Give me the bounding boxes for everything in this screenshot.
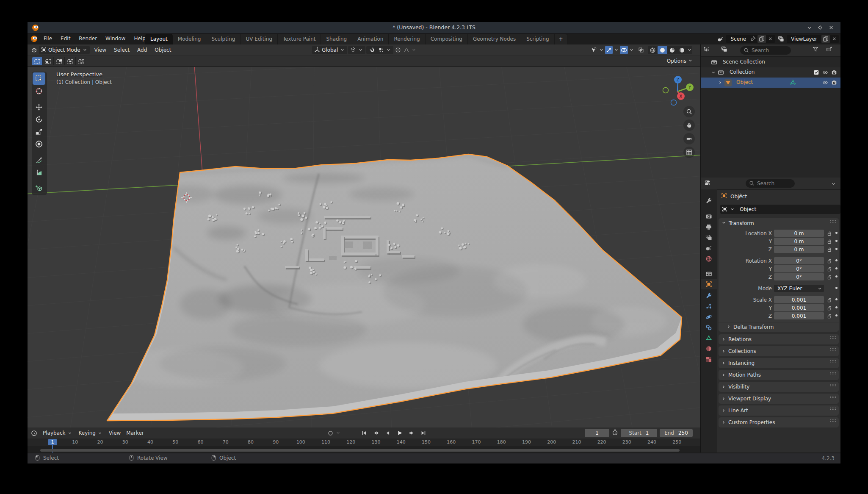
- scene-selector[interactable]: Scene: [726, 35, 775, 43]
- proportional-falloff-dropdown[interactable]: [403, 46, 410, 54]
- jump-to-end-button[interactable]: [418, 429, 429, 437]
- menu-render[interactable]: Render: [75, 33, 101, 44]
- select-mode-subtract[interactable]: [54, 57, 64, 65]
- workspace-tab-shading[interactable]: Shading: [321, 34, 352, 44]
- animate-dot[interactable]: [835, 248, 838, 250]
- panel-motion-paths[interactable]: Motion Paths: [719, 370, 839, 380]
- outliner-row-scene-collection[interactable]: Scene Collection: [701, 57, 840, 67]
- workspace-tab-scripting[interactable]: Scripting: [521, 34, 554, 44]
- properties-tab-collection[interactable]: [701, 268, 717, 279]
- timeline-ruler[interactable]: 1 10203040506070809010011012013014015016…: [28, 438, 700, 452]
- animate-dot[interactable]: [835, 306, 838, 308]
- lock-icon[interactable]: [827, 313, 832, 321]
- workspace-tab-texture-paint[interactable]: Texture Paint: [278, 34, 321, 44]
- panel-line-art[interactable]: Line Art: [719, 405, 839, 416]
- lock-icon[interactable]: [827, 246, 832, 254]
- scene-datablock-icon[interactable]: [716, 35, 724, 43]
- eye-toggle[interactable]: [822, 80, 828, 86]
- frame-start-field[interactable]: Start 1: [621, 429, 657, 437]
- delta-transform-panel[interactable]: Delta Transform: [719, 322, 839, 332]
- tool-move[interactable]: [33, 101, 45, 113]
- timeline-editor-type-button[interactable]: [30, 429, 38, 437]
- pin-icon[interactable]: [750, 35, 756, 43]
- properties-tab-render[interactable]: [701, 211, 717, 222]
- next-keyframe-button[interactable]: [406, 429, 417, 437]
- workspace-tab-sculpting[interactable]: Sculpting: [206, 34, 240, 44]
- workspace-tab-compositing[interactable]: Compositing: [426, 34, 468, 44]
- shading-material-button[interactable]: [667, 46, 677, 54]
- object-name-field[interactable]: Object: [720, 205, 840, 214]
- transform-orientation-dropdown[interactable]: Global: [312, 46, 347, 54]
- animate-dot[interactable]: [835, 259, 838, 261]
- outliner-filter-button[interactable]: [813, 46, 818, 52]
- show-overlays-toggle[interactable]: [620, 46, 628, 54]
- workspace-tab-modeling[interactable]: Modeling: [173, 34, 207, 44]
- copy-scene-icon[interactable]: [757, 35, 766, 43]
- panel-viewport-display[interactable]: Viewport Display: [719, 394, 839, 404]
- camera-toggle[interactable]: [831, 80, 837, 86]
- value-field[interactable]: 0°: [774, 265, 824, 272]
- previous-keyframe-button[interactable]: [370, 429, 381, 437]
- close-icon[interactable]: [768, 35, 773, 43]
- value-field[interactable]: 0°: [774, 257, 824, 264]
- copy-viewlayer-icon[interactable]: [821, 35, 830, 43]
- xray-toggle[interactable]: [637, 46, 645, 54]
- timeline-scrollbar[interactable]: [40, 449, 680, 452]
- current-frame-field[interactable]: 1: [585, 429, 609, 437]
- properties-tab-data[interactable]: [701, 333, 717, 343]
- close-icon[interactable]: [832, 35, 837, 43]
- drag-dots-icon[interactable]: [830, 219, 836, 227]
- menu-file[interactable]: File: [39, 33, 56, 44]
- tool-add-cube[interactable]: [33, 182, 45, 194]
- viewport-menu-object[interactable]: Object: [151, 47, 175, 53]
- stopwatch-icon[interactable]: [612, 429, 618, 437]
- menu-window[interactable]: Window: [101, 33, 130, 44]
- panel-collections[interactable]: Collections: [719, 346, 839, 356]
- orthographic-toggle-button[interactable]: [683, 147, 695, 158]
- panel-custom-properties[interactable]: Custom Properties: [719, 417, 839, 427]
- jump-to-start-button[interactable]: [359, 429, 370, 437]
- options-button[interactable]: Options: [664, 57, 697, 65]
- animate-dot[interactable]: [835, 232, 838, 234]
- select-mode-invert[interactable]: [65, 57, 75, 65]
- outliner-row-collection[interactable]: Collection: [701, 67, 840, 78]
- tool-annotate[interactable]: [33, 154, 45, 166]
- workspace-tab-animation[interactable]: Animation: [352, 34, 389, 44]
- show-gizmo-toggle[interactable]: [605, 46, 613, 54]
- eye-toggle[interactable]: [822, 69, 828, 75]
- value-field[interactable]: 0 m: [774, 246, 824, 253]
- viewlayer-datablock-icon[interactable]: [777, 35, 785, 43]
- pivot-point-dropdown[interactable]: [348, 46, 365, 54]
- properties-tab-tool[interactable]: [701, 195, 717, 206]
- properties-options-button[interactable]: [831, 180, 836, 188]
- outliner-search-input[interactable]: Search: [740, 46, 791, 55]
- workspace-tab-rendering[interactable]: Rendering: [389, 34, 425, 44]
- frame-end-field[interactable]: End 250: [660, 429, 693, 437]
- value-field[interactable]: 0 m: [774, 230, 824, 237]
- camera-view-button[interactable]: [683, 133, 695, 144]
- timeline-menu-marker[interactable]: Marker: [122, 430, 145, 436]
- properties-tab-texture[interactable]: [701, 354, 717, 364]
- mode-selector[interactable]: Object Mode: [39, 46, 90, 54]
- select-mode-set[interactable]: [32, 57, 42, 65]
- menu-edit[interactable]: Edit: [56, 33, 75, 44]
- select-mode-intersect[interactable]: [76, 57, 86, 65]
- workspace-tab-uv-editing[interactable]: UV Editing: [240, 34, 278, 44]
- tool-scale[interactable]: [33, 125, 45, 138]
- tool-rotate[interactable]: [33, 113, 45, 125]
- shading-wireframe-button[interactable]: [648, 46, 658, 54]
- properties-tab-particles[interactable]: [701, 301, 717, 311]
- animate-dot[interactable]: [835, 314, 838, 316]
- properties-tab-modifiers[interactable]: [701, 290, 717, 301]
- camera-toggle[interactable]: [831, 69, 837, 75]
- properties-tab-material[interactable]: [701, 343, 717, 354]
- play-button[interactable]: [394, 429, 405, 437]
- zoom-view-button[interactable]: [683, 106, 695, 117]
- viewport-menu-add[interactable]: Add: [133, 47, 151, 53]
- 3d-viewport[interactable]: Z Y X User Perspective (1) Collection | …: [28, 67, 700, 427]
- pan-view-button[interactable]: [683, 119, 695, 131]
- value-field[interactable]: 0°: [774, 273, 824, 280]
- animate-dot[interactable]: [835, 275, 838, 278]
- animate-dot[interactable]: [835, 267, 838, 269]
- minimize-button[interactable]: [806, 24, 813, 31]
